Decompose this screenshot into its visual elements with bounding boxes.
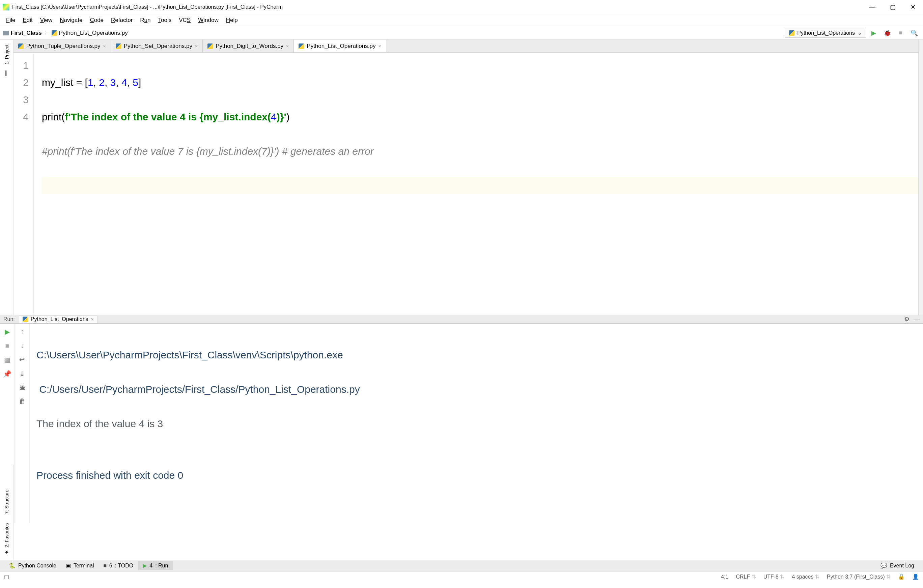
left-tool-strip-lower: 7: Structure ★ 2: Favorites xyxy=(0,465,13,560)
stop-button[interactable]: ■ xyxy=(5,342,9,350)
event-log-button[interactable]: 💬 Event Log xyxy=(876,561,919,570)
menu-file[interactable]: File xyxy=(3,15,18,25)
collapse-icon[interactable]: ▌ xyxy=(5,70,8,75)
structure-tool-tab[interactable]: 7: Structure xyxy=(3,487,10,516)
python-icon xyxy=(23,316,28,322)
down-button[interactable]: ↓ xyxy=(21,342,24,349)
menu-help[interactable]: Help xyxy=(223,15,241,25)
chevron-right-icon: 〉 xyxy=(44,30,49,36)
python-icon xyxy=(18,44,24,49)
left-tool-strip: 1: Project ▌ xyxy=(0,40,13,315)
python-icon xyxy=(789,30,795,36)
up-button[interactable]: ↑ xyxy=(21,328,24,336)
debug-button[interactable]: 🐞 xyxy=(881,28,893,38)
inspector-icon[interactable]: 👤 xyxy=(912,573,919,580)
close-icon[interactable]: × xyxy=(103,44,106,49)
bottom-tool-buttons: 🐍 Python Console ▣ Terminal ≡ 6: TODO ▶ … xyxy=(0,560,923,571)
python-icon xyxy=(52,30,57,36)
line-separator[interactable]: CRLF ⇅ xyxy=(736,573,755,580)
tab-set-ops[interactable]: Python_Set_Operations.py× xyxy=(111,40,203,52)
code-editor[interactable]: 1 2 3 4 my_list = [1, 2, 3, 4, 5] print(… xyxy=(13,52,918,315)
run-button[interactable]: ▶ xyxy=(868,28,880,38)
search-everywhere-button[interactable]: 🔍 xyxy=(908,28,920,38)
title-bar: First_Class [C:\Users\User\PycharmProjec… xyxy=(0,0,923,14)
menu-code[interactable]: Code xyxy=(86,15,107,25)
python-interpreter[interactable]: Python 3.7 (First_Class) ⇅ xyxy=(827,573,891,580)
stop-button[interactable]: ■ xyxy=(895,28,907,38)
editor-right-gutter xyxy=(918,40,923,315)
menu-refactor[interactable]: Refactor xyxy=(108,15,136,25)
run-tool-window: Run: Python_List_Operations× ⚙ — ▶ ■ ▦ 📌… xyxy=(0,315,923,465)
menu-navigate[interactable]: Navigate xyxy=(56,15,86,25)
status-bar: ▢ 4:1 CRLF ⇅ UTF-8 ⇅ 4 spaces ⇅ Python 3… xyxy=(0,571,923,582)
menu-edit[interactable]: Edit xyxy=(19,15,36,25)
python-icon xyxy=(299,44,304,49)
menu-run[interactable]: Run xyxy=(136,15,154,25)
run-config-selector[interactable]: Python_List_Operations ⌄ xyxy=(785,28,866,38)
print-button[interactable]: 🖶 xyxy=(19,384,26,391)
caret-position[interactable]: 4:1 xyxy=(721,574,728,580)
close-icon[interactable]: × xyxy=(195,44,198,49)
tab-digit-words[interactable]: Python_Digit_to_Words.py× xyxy=(203,40,294,52)
indent-info[interactable]: 4 spaces ⇅ xyxy=(792,573,820,580)
run-config-name: Python_List_Operations xyxy=(797,30,855,36)
file-encoding[interactable]: UTF-8 ⇅ xyxy=(764,573,785,580)
close-icon[interactable]: × xyxy=(286,44,289,49)
run-button-tab[interactable]: ▶ 4: Run xyxy=(138,561,173,570)
python-icon xyxy=(116,44,121,49)
layout-button[interactable]: ▦ xyxy=(4,356,10,364)
python-icon xyxy=(207,44,213,49)
python-console-button[interactable]: 🐍 Python Console xyxy=(4,561,61,570)
close-button[interactable]: ✕ xyxy=(903,0,923,14)
breadcrumb-file[interactable]: Python_List_Operations.py xyxy=(52,29,128,36)
app-icon xyxy=(3,4,10,10)
editor-tabs: Python_Tuple_Operations.py× Python_Set_O… xyxy=(13,40,918,52)
clear-button[interactable]: 🗑 xyxy=(19,398,26,405)
project-tool-tab[interactable]: 1: Project xyxy=(3,42,10,67)
menu-window[interactable]: Window xyxy=(195,15,222,25)
breadcrumb: First_Class 〉 Python_List_Operations.py xyxy=(3,29,128,36)
lock-icon[interactable]: 🔓 xyxy=(898,573,905,580)
terminal-button[interactable]: ▣ Terminal xyxy=(61,561,99,570)
rerun-button[interactable]: ▶ xyxy=(5,328,10,336)
menu-tools[interactable]: Tools xyxy=(155,15,175,25)
gear-icon[interactable]: ⚙ xyxy=(904,316,910,323)
soft-wrap-button[interactable]: ↩ xyxy=(19,355,25,364)
menu-view[interactable]: View xyxy=(37,15,56,25)
navigation-bar: First_Class 〉 Python_List_Operations.py … xyxy=(0,26,923,40)
todo-button[interactable]: ≡ 6: TODO xyxy=(99,561,138,570)
pin-button[interactable]: 📌 xyxy=(3,370,11,378)
tab-tuple-ops[interactable]: Python_Tuple_Operations.py× xyxy=(13,40,111,52)
tab-list-ops[interactable]: Python_List_Operations.py× xyxy=(294,40,386,52)
hide-icon[interactable]: — xyxy=(913,316,920,323)
close-icon[interactable]: × xyxy=(378,44,381,49)
window-title: First_Class [C:\Users\User\PycharmProjec… xyxy=(12,4,283,10)
breadcrumb-project[interactable]: First_Class xyxy=(3,29,42,36)
menu-vcs[interactable]: VCS xyxy=(176,15,194,25)
minimize-button[interactable]: — xyxy=(862,0,882,14)
menu-bar: File Edit View Navigate Code Refactor Ru… xyxy=(0,14,923,26)
line-gutter: 1 2 3 4 xyxy=(13,52,34,315)
run-panel-label: Run: xyxy=(3,316,15,322)
maximize-button[interactable]: ▢ xyxy=(882,0,903,14)
folder-icon xyxy=(3,31,9,35)
status-left-icon[interactable]: ▢ xyxy=(4,573,9,580)
run-panel-tab[interactable]: Python_List_Operations× xyxy=(19,315,97,323)
favorites-tool-tab[interactable]: ★ 2: Favorites xyxy=(3,520,10,558)
close-icon[interactable]: × xyxy=(91,316,94,322)
scroll-end-button[interactable]: ⤓ xyxy=(19,370,25,378)
chevron-down-icon: ⌄ xyxy=(857,29,862,36)
